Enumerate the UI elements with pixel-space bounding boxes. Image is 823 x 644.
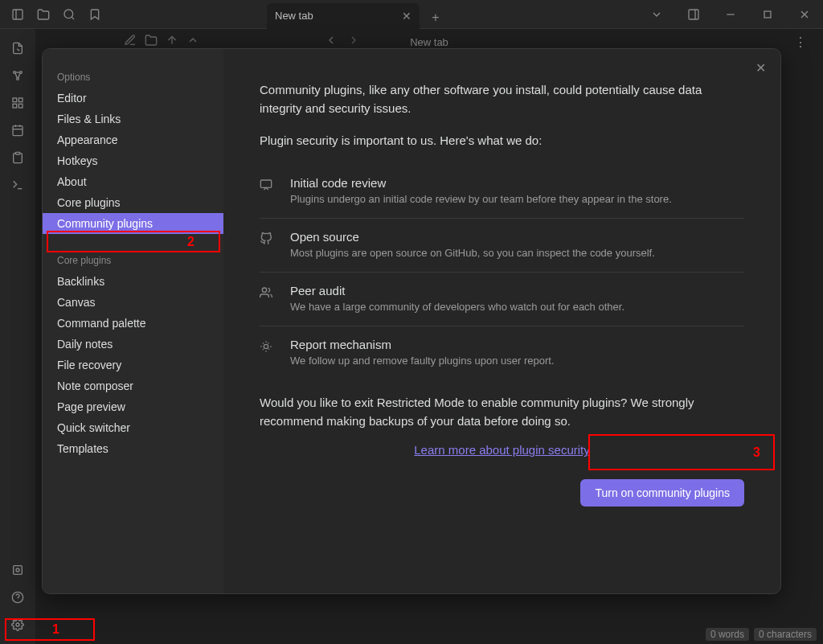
- svg-rect-24: [15, 152, 19, 154]
- sidebar-heading-options: Options: [43, 65, 223, 88]
- tab-new-tab[interactable]: New tab ✕: [267, 3, 420, 29]
- bookmark-icon[interactable]: [84, 3, 106, 26]
- maximize-button[interactable]: [749, 0, 786, 29]
- command-palette-icon[interactable]: [5, 172, 31, 198]
- annotation-label: 1: [52, 622, 59, 637]
- svg-line-3: [72, 17, 74, 19]
- sidebar-item-about[interactable]: About: [43, 171, 223, 192]
- svg-rect-20: [13, 126, 23, 136]
- sidebar-item-backlinks[interactable]: Backlinks: [43, 271, 223, 292]
- svg-point-2: [64, 10, 73, 18]
- sidebar-item-quick-switcher[interactable]: Quick switcher: [43, 417, 223, 438]
- sidebar-item-canvas[interactable]: Canvas: [43, 292, 223, 313]
- report-icon: [260, 340, 276, 356]
- help-icon[interactable]: [5, 585, 31, 610]
- svg-point-33: [264, 344, 268, 348]
- canvas-icon[interactable]: [5, 90, 31, 116]
- right-sidebar-toggle-icon[interactable]: [675, 0, 712, 29]
- sidebar-item-daily-notes[interactable]: Daily notes: [43, 334, 223, 355]
- collapse-icon[interactable]: [186, 34, 199, 50]
- more-options-icon[interactable]: ⋮: [794, 35, 807, 50]
- char-count: 0 characters: [754, 628, 817, 641]
- templates-icon[interactable]: [5, 145, 31, 170]
- sidebar-item-templates[interactable]: Templates: [43, 438, 223, 459]
- svg-rect-4: [689, 10, 698, 19]
- left-ribbon: [0, 29, 35, 644]
- sidebar-item-appearance[interactable]: Appearance: [43, 129, 223, 150]
- open-source-icon: [260, 232, 276, 248]
- sidebar-item-files-links[interactable]: Files & Links: [43, 109, 223, 129]
- svg-rect-7: [764, 11, 771, 18]
- svg-rect-16: [13, 98, 17, 102]
- sidebar-item-core-plugins[interactable]: Core plugins: [43, 192, 223, 213]
- sidebar-item-community-plugins[interactable]: Community plugins: [43, 213, 223, 234]
- settings-content: ✕ Community plugins, like any other soft…: [223, 49, 780, 593]
- quick-switcher-icon[interactable]: [5, 35, 31, 61]
- svg-rect-26: [14, 566, 23, 575]
- svg-rect-0: [13, 10, 23, 19]
- svg-line-14: [18, 73, 20, 78]
- security-item-report: Report mechanism We follow up and remove…: [260, 326, 744, 379]
- new-tab-button[interactable]: +: [424, 6, 447, 29]
- sidebar-item-command-palette[interactable]: Command palette: [43, 313, 223, 334]
- vault-icon[interactable]: [5, 557, 31, 583]
- security-desc: Most plugins are open source on GitHub, …: [290, 246, 655, 260]
- code-review-icon: [260, 178, 276, 195]
- share-icon[interactable]: [166, 34, 178, 50]
- close-window-button[interactable]: [786, 0, 823, 29]
- svg-point-27: [16, 568, 19, 572]
- security-title: Report mechanism: [290, 338, 555, 351]
- tab-title: New tab: [275, 10, 313, 22]
- settings-modal: Options Editor Files & Links Appearance …: [42, 48, 781, 594]
- daily-note-icon[interactable]: [5, 117, 31, 143]
- sidebar-item-hotkeys[interactable]: Hotkeys: [43, 150, 223, 171]
- tab-dropdown-icon[interactable]: [638, 0, 675, 29]
- sidebar-item-editor[interactable]: Editor: [43, 88, 223, 109]
- peer-audit-icon: [260, 286, 276, 302]
- view-title: New tab: [410, 36, 448, 48]
- svg-point-32: [262, 288, 266, 292]
- svg-rect-17: [18, 98, 23, 102]
- svg-point-11: [20, 72, 23, 74]
- settings-icon[interactable]: [5, 612, 31, 638]
- folder-open-icon[interactable]: [145, 34, 158, 50]
- svg-rect-19: [18, 104, 23, 108]
- close-icon[interactable]: ✕: [402, 10, 412, 23]
- exit-restricted-paragraph: Would you like to exit Restricted Mode t…: [260, 394, 744, 430]
- svg-point-12: [17, 78, 19, 80]
- turn-on-community-plugins-button[interactable]: Turn on community plugins: [580, 479, 744, 507]
- security-desc: Plugins undergo an initial code review b…: [290, 192, 672, 207]
- intro-paragraph-1: Community plugins, like any other softwa…: [260, 81, 744, 117]
- sidebar-item-page-preview[interactable]: Page preview: [43, 396, 223, 417]
- security-item-peer-audit: Peer audit We have a large community of …: [260, 273, 744, 326]
- security-title: Peer audit: [290, 284, 624, 297]
- security-item-code-review: Initial code review Plugins undergo an i…: [260, 165, 744, 219]
- security-item-open-source: Open source Most plugins are open source…: [260, 219, 744, 273]
- sidebar-item-file-recovery[interactable]: File recovery: [43, 355, 223, 375]
- search-icon[interactable]: [58, 3, 80, 26]
- nav-back-icon[interactable]: [325, 34, 338, 50]
- sidebar-item-note-composer[interactable]: Note composer: [43, 375, 223, 396]
- word-count: 0 words: [706, 628, 749, 641]
- minimize-button[interactable]: [712, 0, 749, 29]
- left-sidebar-toggle-icon[interactable]: [6, 3, 29, 26]
- titlebar: New tab ✕ +: [0, 0, 823, 29]
- intro-paragraph-2: Plugin security is important to us. Here…: [260, 132, 744, 150]
- graph-view-icon[interactable]: [5, 63, 31, 88]
- nav-forward-icon[interactable]: [347, 34, 360, 50]
- learn-more-link[interactable]: Learn more about plugin security: [260, 443, 744, 457]
- security-desc: We follow up and remove faulty plugins u…: [290, 354, 555, 368]
- svg-rect-18: [13, 104, 17, 108]
- status-bar: 0 words 0 characters: [706, 625, 817, 644]
- svg-rect-31: [260, 180, 271, 187]
- edit-icon[interactable]: [124, 34, 137, 50]
- sidebar-heading-core-plugins: Core plugins: [43, 248, 223, 271]
- close-modal-button[interactable]: ✕: [755, 60, 766, 76]
- security-title: Initial code review: [290, 176, 672, 190]
- security-title: Open source: [290, 230, 655, 244]
- security-desc: We have a large community of developers …: [290, 300, 624, 314]
- svg-point-30: [16, 623, 19, 626]
- folder-icon[interactable]: [32, 3, 55, 26]
- svg-line-13: [15, 73, 17, 78]
- settings-sidebar: Options Editor Files & Links Appearance …: [43, 49, 223, 593]
